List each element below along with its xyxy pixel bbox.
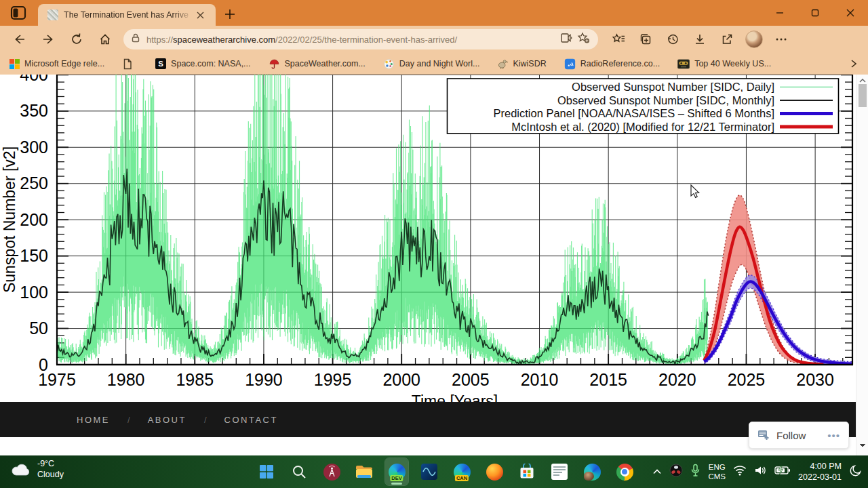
chrome-button[interactable] <box>613 458 636 485</box>
chevron-up-icon <box>652 468 662 475</box>
minimize-icon <box>776 9 784 17</box>
star-add-icon <box>577 32 590 44</box>
svg-text:2010: 2010 <box>521 370 559 389</box>
svg-text:2020: 2020 <box>658 370 696 389</box>
profile-button[interactable] <box>743 29 765 49</box>
tray-expand-button[interactable] <box>652 466 662 478</box>
read-aloud-button[interactable] <box>560 32 573 47</box>
maximize-icon <box>811 9 819 17</box>
bookmark-radioreference[interactable]: RadioReference.co... <box>564 58 660 70</box>
language-indicator[interactable]: ENG CMS <box>708 462 726 482</box>
bookmarks-bar: Microsoft Edge rele... S Space.com: NASA… <box>0 53 868 75</box>
svg-text:1990: 1990 <box>245 370 283 389</box>
bookmark-kiwisdr[interactable]: KiwiSDR <box>497 58 546 70</box>
forward-arrow-icon <box>41 33 55 46</box>
nav-contact-link[interactable]: CONTACT <box>224 415 278 425</box>
new-tab-button[interactable] <box>224 8 237 22</box>
tab-close-button[interactable] <box>194 9 206 21</box>
svg-text:Observed Sunspot Number [SIDC,: Observed Sunspot Number [SIDC, Monthly] <box>557 94 774 106</box>
favorites-button[interactable] <box>608 29 629 49</box>
windows-logo-icon <box>258 464 275 480</box>
add-favorite-button[interactable] <box>577 32 590 47</box>
tab-favicon-icon <box>47 9 58 20</box>
file-explorer-button[interactable] <box>353 458 376 485</box>
scroll-down-button[interactable] <box>856 441 868 450</box>
bookmark-untitled[interactable] <box>122 58 138 70</box>
page-scrollbar[interactable] <box>856 75 868 455</box>
sine-wave-icon <box>421 464 437 480</box>
edge-canary-button[interactable]: CAN <box>450 458 473 485</box>
bookmark-top40[interactable]: Top 40 Weekly US... <box>677 59 771 69</box>
weather-widget[interactable]: -9°C Cloudy <box>11 459 64 480</box>
forward-button[interactable] <box>37 29 60 49</box>
lock-icon <box>130 33 141 46</box>
settings-menu-button[interactable] <box>770 29 792 49</box>
downloads-button[interactable] <box>689 29 711 49</box>
umbrella-icon <box>269 58 280 70</box>
microsoft-logo-icon <box>9 59 20 69</box>
page-content: 0501001502002503003504001975198019851990… <box>0 75 868 455</box>
nav-home-link[interactable]: HOME <box>77 415 110 425</box>
clock-widget[interactable]: 4:00 PM 2022-03-01 <box>798 461 842 483</box>
battery-icon[interactable] <box>774 466 791 478</box>
scrollbar-thumb[interactable] <box>859 84 867 107</box>
download-icon <box>693 33 707 46</box>
microphone-tray-icon[interactable] <box>690 464 701 480</box>
document-shortcut-icon <box>551 464 568 480</box>
bookmark-day-night[interactable]: Day and Night Worl... <box>383 58 480 70</box>
svg-text:McIntosh et al. (2020) [Modifi: McIntosh et al. (2020) [Modified for 12/… <box>511 121 774 133</box>
svg-text:350: 350 <box>20 101 48 120</box>
obs-tray-icon[interactable] <box>669 464 683 480</box>
svg-text:Sunspot Number [v2]: Sunspot Number [v2] <box>1 146 18 293</box>
bookmarks-overflow-button[interactable] <box>849 58 859 69</box>
svg-text:2030: 2030 <box>796 370 834 389</box>
edge-profile-button[interactable] <box>580 458 604 485</box>
follow-more-button[interactable]: ••• <box>827 430 840 441</box>
workspaces-button[interactable] <box>9 5 27 21</box>
browser-toolbar: https://spaceweatherarchive.com/2022/02/… <box>0 26 868 53</box>
sunspot-chart: 0501001502002503003504001975198019851990… <box>0 75 856 408</box>
svg-text:1980: 1980 <box>107 370 145 389</box>
browser-tab[interactable]: The Termination Event has Arrive <box>38 4 216 26</box>
svg-text:Observed Sunspot Number [SIDC,: Observed Sunspot Number [SIDC, Daily] <box>572 81 774 93</box>
night-mode-icon[interactable] <box>849 464 863 480</box>
edge-dev-button[interactable]: DEV <box>385 458 408 485</box>
bookmark-spaceweather[interactable]: SpaceWeather.com... <box>269 58 366 70</box>
bookmark-space-com[interactable]: S Space.com: NASA,... <box>155 58 250 69</box>
taskbar-radio-app[interactable] <box>320 458 343 485</box>
follow-label: Follow <box>776 430 806 441</box>
chevron-right-icon <box>849 58 859 69</box>
microsoft-store-button[interactable] <box>515 458 538 485</box>
svg-text:2000: 2000 <box>382 370 420 389</box>
home-button[interactable] <box>94 29 117 49</box>
profile-avatar <box>745 30 763 48</box>
taskbar-web-shortcut[interactable] <box>548 458 571 485</box>
history-button[interactable] <box>662 29 684 49</box>
bookmark-microsoft-edge[interactable]: Microsoft Edge rele... <box>9 59 104 69</box>
search-button[interactable] <box>288 458 311 485</box>
window-maximize-button[interactable] <box>797 0 833 26</box>
taskbar-signal-app[interactable] <box>418 458 441 485</box>
svg-text:1975: 1975 <box>38 370 76 389</box>
wifi-icon[interactable] <box>733 465 747 479</box>
collections-button[interactable] <box>635 29 656 49</box>
follow-icon <box>757 429 770 441</box>
address-bar[interactable]: https://spaceweatherarchive.com/2022/02/… <box>123 29 598 49</box>
refresh-button[interactable] <box>65 29 88 49</box>
follow-button[interactable]: Follow ••• <box>749 422 849 449</box>
cloud-icon <box>11 462 31 477</box>
close-icon <box>846 9 854 17</box>
refresh-icon <box>70 33 83 46</box>
share-button[interactable] <box>716 29 738 49</box>
back-button[interactable] <box>8 29 31 49</box>
page-icon <box>122 58 133 70</box>
nav-separator: / <box>204 415 207 425</box>
space-com-icon: S <box>155 58 166 69</box>
firefox-button[interactable] <box>483 458 506 485</box>
start-button[interactable] <box>255 458 278 485</box>
svg-text:150: 150 <box>20 246 48 265</box>
window-minimize-button[interactable] <box>762 0 797 26</box>
volume-icon[interactable] <box>754 465 767 479</box>
window-close-button[interactable] <box>833 0 868 26</box>
nav-about-link[interactable]: ABOUT <box>148 415 186 425</box>
